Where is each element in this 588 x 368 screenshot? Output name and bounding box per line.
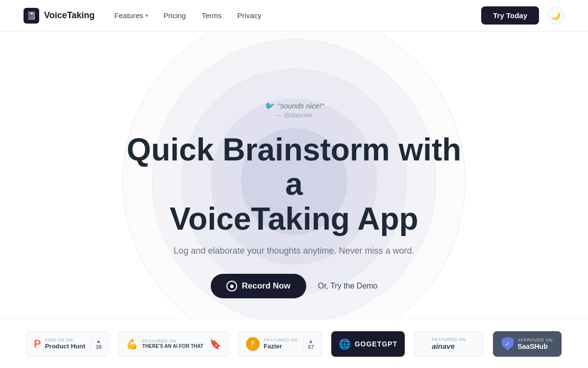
gogetgpt-name: GOGETGPT (355, 340, 397, 348)
gogetgpt-icon: 🌐 (339, 338, 351, 350)
product-hunt-label: FIND US ON (45, 338, 85, 342)
saashub-content: Approved on SaaSHub (517, 338, 553, 350)
gogetgpt-content: GOGETGPT (355, 340, 397, 348)
hero-title: Quick Brainstorm with a VoiceTaking App (122, 132, 466, 236)
muscle-icon: 💪 (126, 338, 138, 350)
twitter-icon: 🐦 (264, 101, 274, 110)
product-hunt-badge[interactable]: P FIND US ON Product Hunt ▲ 38 (26, 331, 109, 357)
badges-row: P FIND US ON Product Hunt ▲ 38 💪 FEATURE… (0, 319, 588, 368)
nav-terms[interactable]: Terms (201, 11, 221, 20)
fazier-count: ▲ 67 (303, 338, 314, 350)
record-icon: ⏺ (226, 281, 237, 291)
moon-icon: 🌙 (551, 11, 561, 20)
main-content: 🐦 "sounds nice!" — @daisuke Quick Brains… (0, 0, 588, 368)
fazier-label: Featured on (264, 338, 297, 342)
hero-subtitle: Log and elaborate your thoughts anytime.… (122, 246, 466, 256)
ainave-badge[interactable]: Featured on ainave (415, 331, 483, 357)
aift-name: THERE'S AN AI FOR THAT (142, 343, 203, 349)
logo-link[interactable]: 📓 VoiceTaking (24, 8, 95, 24)
product-hunt-content: FIND US ON Product Hunt (45, 338, 85, 350)
bookmark-icon: 🔖 (209, 338, 221, 350)
nav-right: Try Today 🌙 (481, 6, 564, 25)
try-demo-link[interactable]: Or, Try the Demo (318, 282, 378, 290)
saashub-shield-icon: ✓ (502, 337, 514, 351)
nav-privacy[interactable]: Privacy (237, 11, 261, 20)
nav-left: 📓 VoiceTaking Features ▾ Pricing Terms P… (24, 8, 261, 24)
ainave-content: Featured on ainave (432, 337, 466, 350)
fazier-arrow: ▲ (308, 338, 314, 344)
tweet-quote: "sounds nice!" (278, 102, 324, 110)
nav-features[interactable]: Features ▾ (114, 11, 147, 20)
ainave-label: Featured on (432, 337, 466, 342)
nav-pricing[interactable]: Pricing (164, 11, 186, 20)
nav-links: Features ▾ Pricing Terms Privacy (114, 11, 261, 20)
ainave-name: ainave (432, 342, 466, 350)
tweet-text: 🐦 "sounds nice!" (264, 101, 324, 110)
fazier-badge[interactable]: F Featured on Fazier ▲ 67 (239, 331, 321, 357)
product-hunt-logo: P (34, 338, 41, 350)
fazier-content: Featured on Fazier (264, 338, 297, 350)
chevron-down-icon: ▾ (146, 13, 148, 18)
logo-text: VoiceTaking (44, 10, 95, 21)
hero-section: Quick Brainstorm with a VoiceTaking App … (122, 132, 466, 298)
saashub-badge[interactable]: ✓ Approved on SaaSHub (493, 331, 562, 357)
gogetgpt-badge[interactable]: 🌐 GOGETGPT (331, 331, 405, 357)
fazier-logo: F (246, 337, 260, 351)
saashub-label: Approved on (517, 338, 553, 342)
product-hunt-arrow: ▲ (96, 338, 101, 344)
tweet-card: 🐦 "sounds nice!" — @daisuke (264, 101, 324, 119)
aift-label: FEATURED ON (142, 339, 203, 343)
cta-row: ⏺ Record Now Or, Try the Demo (122, 274, 466, 298)
fazier-name: Fazier (264, 342, 297, 350)
product-hunt-count: ▲ 38 (91, 338, 101, 350)
try-today-button[interactable]: Try Today (481, 6, 539, 25)
theme-toggle-button[interactable]: 🌙 (547, 7, 564, 25)
product-hunt-name: Product Hunt (45, 342, 85, 350)
aift-content: FEATURED ON THERE'S AN AI FOR THAT (142, 339, 203, 349)
record-now-button[interactable]: ⏺ Record Now (211, 274, 306, 298)
saashub-name: SaaSHub (517, 342, 553, 350)
tweet-author: — @daisuke (264, 111, 324, 119)
navigation: 📓 VoiceTaking Features ▾ Pricing Terms P… (0, 0, 588, 31)
logo-icon: 📓 (24, 8, 39, 24)
aift-badge[interactable]: 💪 FEATURED ON THERE'S AN AI FOR THAT 🔖 (119, 331, 229, 357)
